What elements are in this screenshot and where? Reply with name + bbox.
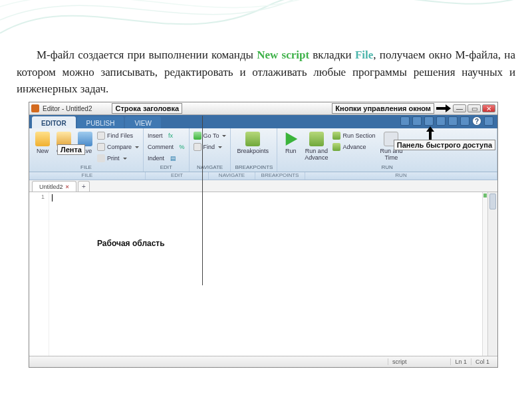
ribbon-group-breakpoints: Breakpoints BREAKPOINTS xyxy=(231,128,277,172)
advance-icon xyxy=(332,143,340,151)
ribbon: New Open Save Find Files Compare Print F… xyxy=(29,128,497,172)
qat-paste-icon[interactable] xyxy=(436,116,446,126)
highlight-new-script: New script xyxy=(257,49,309,61)
decorative-swirl xyxy=(0,0,532,53)
vertical-scrollbar[interactable] xyxy=(487,192,497,356)
tab-view[interactable]: VIEW xyxy=(125,116,161,128)
callout-window-buttons: Кнопки управления окном xyxy=(332,103,434,114)
compare-icon xyxy=(97,143,105,151)
line-gutter: 1 xyxy=(29,192,49,356)
find-icon xyxy=(97,132,105,140)
document-tab[interactable]: Untitled2 × xyxy=(32,181,76,192)
status-bar: script Ln 1 Col 1 xyxy=(29,356,497,367)
document-tab-label: Untitled2 xyxy=(39,184,63,190)
run-advance-icon xyxy=(309,132,324,146)
breakpoints-button[interactable]: Breakpoints xyxy=(235,130,271,156)
advance-button[interactable]: Advance xyxy=(332,142,375,152)
qat-undo-icon[interactable] xyxy=(448,116,458,126)
qat-cut-icon[interactable] xyxy=(412,116,422,126)
run-button[interactable]: Run xyxy=(281,130,300,156)
ribbon-group-edit: Insert fx Comment % Indent ▤ EDIT xyxy=(144,128,190,172)
callout-workspace: Рабочая область xyxy=(97,239,165,248)
slide-body-text: М-файл создается при выполнении команды … xyxy=(17,47,515,98)
maximize-button[interactable]: ▭ xyxy=(467,104,481,112)
document-tab-bar: Untitled2 × + xyxy=(29,180,497,192)
add-tab-button[interactable]: + xyxy=(78,181,90,192)
status-filetype: script xyxy=(388,358,411,365)
highlight-file: File xyxy=(355,49,373,61)
scrollbar-thumb[interactable] xyxy=(489,194,496,209)
goto-button[interactable]: Go To xyxy=(194,130,227,141)
run-advance-button[interactable]: Run and Advance xyxy=(303,130,330,162)
qat-save-icon[interactable] xyxy=(400,116,410,126)
callout-ribbon: Лента xyxy=(57,144,85,155)
text-cursor xyxy=(52,194,53,201)
title-bar: Editor - Untitled2 Строка заголовка Кноп… xyxy=(29,102,497,115)
tab-publish[interactable]: PUBLISH xyxy=(77,116,124,128)
editor-screenshot: Editor - Untitled2 Строка заголовка Кноп… xyxy=(29,102,498,368)
callout-qat: Панель быстрого доступа xyxy=(394,140,495,150)
close-button[interactable]: ✕ xyxy=(482,104,495,112)
find-button[interactable]: Find xyxy=(194,142,227,152)
new-button[interactable]: New xyxy=(33,130,52,156)
message-strip xyxy=(482,192,487,356)
minimize-button[interactable]: — xyxy=(453,104,466,112)
callout-titlebar: Строка заголовка xyxy=(112,103,182,114)
search-icon xyxy=(194,143,201,151)
new-file-icon xyxy=(35,132,50,146)
run-section-icon xyxy=(332,132,340,140)
qat-redo-icon[interactable] xyxy=(460,116,469,126)
indent-button[interactable]: Indent ▤ xyxy=(148,153,185,164)
print-icon xyxy=(97,154,105,162)
run-section-button[interactable]: Run Section xyxy=(332,130,375,141)
status-col: Col 1 xyxy=(471,358,493,365)
group-label-file: FILE xyxy=(33,164,139,171)
editor-area[interactable]: 1 Рабочая область xyxy=(29,192,497,356)
qat-dropdown-icon[interactable] xyxy=(484,116,493,126)
help-button[interactable]: ? xyxy=(472,116,481,126)
text-part2: вкладки xyxy=(309,49,355,61)
insert-button[interactable]: Insert fx xyxy=(148,130,185,141)
play-icon xyxy=(283,132,298,146)
text-part1: М-файл создается при выполнении команды xyxy=(37,49,257,61)
status-line: Ln 1 xyxy=(450,358,471,365)
qat-copy-icon[interactable] xyxy=(424,116,434,126)
vertical-divider xyxy=(202,116,203,285)
code-area[interactable]: Рабочая область xyxy=(49,192,497,356)
group-label-edit: EDIT xyxy=(148,164,185,171)
ok-indicator-icon xyxy=(483,194,487,198)
breakpoint-icon xyxy=(245,132,260,146)
ribbon-footer-strip: FILE EDIT NAVIGATE BREAKPOINTS RUN xyxy=(29,172,497,180)
arrow-up-icon xyxy=(426,126,434,140)
comment-button[interactable]: Comment % xyxy=(148,142,185,152)
window-title: Editor - Untitled2 xyxy=(43,105,92,112)
tab-editor[interactable]: EDITOR xyxy=(32,116,76,128)
compare-button[interactable]: Compare xyxy=(97,142,139,152)
ribbon-group-navigate: Go To Find NAVIGATE xyxy=(190,128,231,172)
arrow-right-icon xyxy=(436,104,451,112)
group-label-breakpoints: BREAKPOINTS xyxy=(235,164,273,171)
group-label-run: RUN xyxy=(281,164,493,171)
goto-icon xyxy=(194,132,201,140)
find-files-button[interactable]: Find Files xyxy=(97,130,139,141)
close-tab-icon[interactable]: × xyxy=(66,184,69,190)
print-button[interactable]: Print xyxy=(97,153,139,164)
quick-access-toolbar: ? xyxy=(400,116,493,126)
ribbon-group-file: New Open Save Find Files Compare Print F… xyxy=(29,128,144,172)
app-icon xyxy=(31,104,39,112)
group-label-navigate: NAVIGATE xyxy=(194,164,227,171)
